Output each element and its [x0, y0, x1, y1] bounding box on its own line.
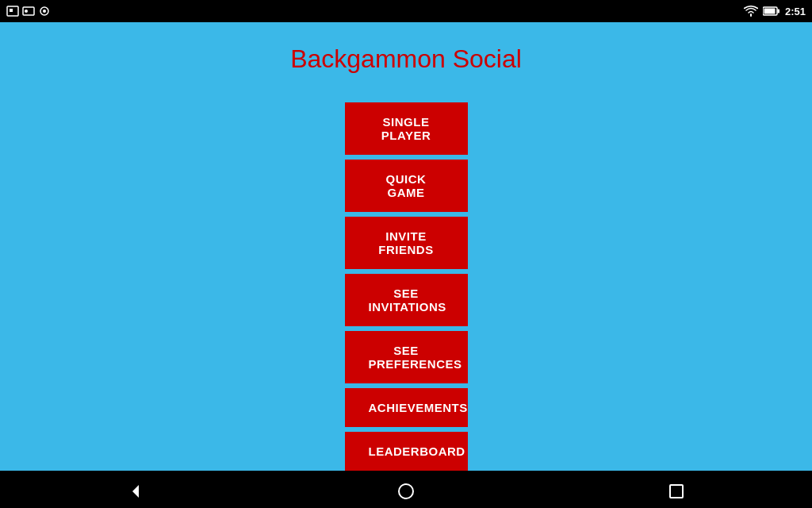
nav-bar [0, 471, 812, 508]
see-invitations-button[interactable]: SEE INVITATIONS [345, 274, 468, 326]
home-button[interactable] [396, 482, 416, 501]
invite-friends-button[interactable]: INVITE FRIENDS [345, 217, 468, 269]
main-content: Backgammon Social SINGLE PLAYER QUICK GA… [0, 22, 812, 471]
status-bar: 2:51 [0, 0, 812, 22]
achievements-button[interactable]: ACHIEVEMENTS [345, 388, 468, 427]
notification2-icon [22, 6, 35, 17]
svg-rect-8 [764, 9, 775, 14]
notification1-icon [6, 6, 19, 17]
svg-point-5 [43, 10, 46, 13]
battery-icon [763, 6, 780, 17]
single-player-button[interactable]: SINGLE PLAYER [345, 102, 468, 155]
svg-marker-9 [132, 485, 139, 498]
svg-rect-1 [10, 9, 13, 12]
menu-buttons: SINGLE PLAYER QUICK GAME INVITE FRIENDS … [345, 102, 468, 471]
back-button[interactable] [126, 482, 145, 501]
notification3-icon [38, 6, 51, 17]
svg-point-3 [25, 10, 28, 13]
status-bar-right: 2:51 [744, 6, 806, 17]
leaderboard-button[interactable]: LEADERBOARD [345, 432, 468, 471]
recent-button[interactable] [667, 482, 686, 501]
status-bar-left [6, 6, 51, 17]
app-title: Backgammon Social [290, 44, 522, 74]
svg-rect-7 [777, 10, 779, 13]
status-time: 2:51 [785, 6, 806, 17]
see-preferences-button[interactable]: SEE PREFERENCES [345, 331, 468, 383]
wifi-icon [744, 6, 758, 17]
svg-point-10 [399, 484, 413, 498]
quick-game-button[interactable]: QUICK GAME [345, 160, 468, 212]
svg-rect-11 [670, 485, 683, 498]
